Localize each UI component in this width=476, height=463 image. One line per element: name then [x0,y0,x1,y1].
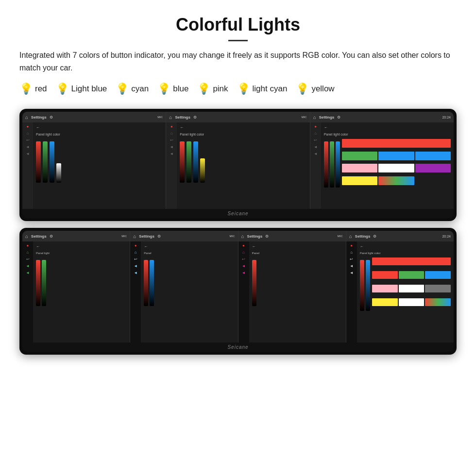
screen-6-power: ● [242,243,245,248]
screen-4-vol-sb: ◄ [26,264,30,268]
cg2-gray [425,285,451,292]
screen-3-back-arrow: ← [324,125,451,130]
screen-2-back-arrow: ← [180,125,306,130]
screen-4-gear-icon: ⚙ [50,234,53,239]
cg2-red-full [372,257,451,265]
screen-5-gear-icon: ⚙ [157,234,161,239]
color-item-red: 💡 red [19,83,47,95]
screen-7: ⌂ Settings ⚙ 20:24 ● ⌂ ↩ ◄ ◄ [346,231,454,343]
screen-3-vol2-sb: ◄ [314,152,318,156]
screen-5-back-sb: ↩ [134,257,137,261]
screen-7-power: ● [350,243,353,248]
screen-7-top-right: 20:24 [442,235,451,238]
screen-5-power: ● [135,243,137,248]
cg2-rainbow [425,298,451,306]
screen-1-power-icon: ● [27,124,29,129]
top-watermark: Seicane [22,209,454,218]
cg2-red [372,271,398,279]
screen-3-blue-slider [336,141,340,188]
screen-5-body: ● ⌂ ↩ ◄ ◄ ← Panel [130,241,238,343]
cg-red-full [342,139,451,148]
screen-3-top-right: 20:24 [442,116,451,119]
screen-1-green-slider [43,141,48,183]
screen-6-home-icon: ⌂ [241,234,244,239]
screen-5-mic: MIC [230,235,235,238]
screen-6-back-sb: ↩ [242,257,245,261]
screen-7-vol2-sb: ◄ [350,271,354,275]
screen-6: ⌂ Settings ⚙ MIC ● ⌂ ↩ ◄ ◄ [238,231,346,343]
screen-7-color-grid [372,257,451,311]
color-list: 💡 red 💡 Light blue 💡 cyan 💡 blue 💡 pink … [19,83,457,95]
screen-1-back-arrow: ← [36,125,163,130]
page-title: Colorful Lights [19,15,457,35]
screen-4-top-right: MIC [121,235,127,238]
bottom-four-screens: ⌂ Settings ⚙ MIC ● ⌂ ↩ ◄ ◄ [22,231,454,343]
screen-3-gear-icon: ⚙ [337,115,340,120]
title-divider [228,40,248,41]
screen-4-topbar: ⌂ Settings ⚙ MIC [22,231,130,241]
screen-1-top-right: MIC [157,116,163,119]
screen-2-sidebar: ● ⌂ ↩ ◄ ◄ [166,122,177,209]
cg2-pink [372,285,398,292]
screen-1-back-sb-icon: ↩ [26,138,30,142]
screen-2-mic-label: MIC [302,116,307,119]
screen-5-blue-slider [150,260,154,306]
screen-6-home-sb: ⌂ [242,250,245,255]
screen-5-main: ← Panel [141,241,238,343]
top-three-screens: ⌂ Settings ⚙ MIC ● ⌂ ↩ ◄ ◄ [22,112,454,209]
screen-4-body: ● ⌂ ↩ ◄ ◄ ← Panel light [22,241,130,343]
screen-4-back-sb: ↩ [26,257,30,261]
screen-6-gear-icon: ⚙ [265,234,269,239]
screen-7-main: ← Panel light color [357,241,454,343]
color-label-lightblue: Light blue [71,84,107,94]
screen-4-main: ← Panel light [33,241,130,343]
screen-5-topbar: ⌂ Settings ⚙ MIC [130,231,238,241]
screen-6-vol-sb: ◄ [242,264,246,268]
screen-5-home-sb: ⌂ [135,250,137,255]
cg2-green [399,271,425,279]
cg-white [378,164,414,172]
color-item-cyan: 💡 cyan [116,83,149,95]
screen-5-back-arrow: ← [144,244,235,249]
screen-3-home-sb: ⌂ [314,131,317,136]
screen-5-panel-title: Panel [144,252,235,255]
screen-1-sidebar: ● ⌂ ↩ ◄ ◄ [22,122,33,209]
screen-3-red-slider [324,141,328,188]
screen-1-main: ← Panel light color [33,122,166,209]
screen-6-red-slider [252,260,256,306]
screen-1-home-sb-icon: ⌂ [27,131,29,136]
screen-7-sidebar: ● ⌂ ↩ ◄ ◄ [346,241,357,343]
cg-blue2 [415,152,451,160]
screen-5-vol-sb: ◄ [134,264,137,268]
screen-2-sliders [180,139,205,183]
cg-green [342,152,377,160]
lightblue-bulb-icon: 💡 [56,83,69,95]
screen-5-red-slider [144,260,148,306]
cg2-white2 [399,298,425,306]
pink-bulb-icon: 💡 [197,83,210,95]
screen-2-gear-icon: ⚙ [193,115,197,120]
color-label-lightcyan: light cyan [253,84,288,94]
screen-6-top-right: MIC [338,235,343,238]
screen-2-vol2-sb: ◄ [170,152,173,156]
screen-7-red-slider [360,260,364,311]
screen-2-vol-sb: ◄ [170,145,173,149]
screen-5: ⌂ Settings ⚙ MIC ● ⌂ ↩ ◄ ◄ [130,231,238,343]
color-item-lightcyan: 💡 light cyan [237,83,288,95]
color-item-pink: 💡 pink [197,83,228,95]
screen-1-panel-title: Panel light color [36,133,163,136]
screen-7-settings-label: Settings [355,234,371,239]
screen-2: ⌂ Settings ⚙ MIC ● ⌂ ↩ ◄ ◄ [166,112,310,209]
screen-1-body: ● ⌂ ↩ ◄ ◄ ← Panel light color [22,122,166,209]
mic-label: MIC [157,116,163,119]
screen-1-home-icon: ⌂ [25,115,28,120]
screen-4-sidebar: ● ⌂ ↩ ◄ ◄ [22,241,33,343]
cg-blue [378,152,414,160]
screen-7-body: ● ⌂ ↩ ◄ ◄ ← Panel light color [346,241,454,343]
screen-2-home-sb: ⌂ [170,131,173,136]
screen-5-home-icon: ⌂ [133,234,136,239]
screen-5-top-right: MIC [230,235,235,238]
screen-7-blue-slider [366,260,370,311]
screen-3-green-slider [330,141,334,188]
screen-4-power: ● [27,243,29,248]
